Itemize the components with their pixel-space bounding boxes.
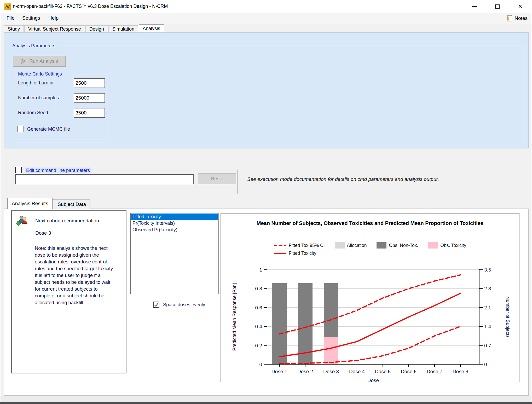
legend-obs-non-tox: Obs. Non-Tox.	[377, 242, 418, 249]
space-doses-checkbox[interactable]	[153, 302, 159, 308]
close-button[interactable]: ✕	[509, 0, 532, 13]
generate-mcmc-checkbox[interactable]	[18, 126, 24, 132]
run-analysis-label: Run Analysis	[29, 58, 58, 64]
random-seed-label: Random Seed:	[18, 110, 49, 116]
list-item-pr-toxicity-intervals[interactable]: Pr(Toxicity Intervals)	[131, 220, 218, 227]
svg-text:0: 0	[484, 362, 487, 367]
cmd-hint-text: See execution mode documentation for det…	[247, 176, 439, 182]
dashed-line-swatch	[274, 245, 286, 246]
notes-label: Notes	[514, 15, 528, 21]
space-doses-label: Space doses evenly	[163, 302, 205, 308]
toxicity-chart: 00.20.40.60.8100.71.42.12.83.5Dose 1Dose…	[221, 213, 520, 383]
reset-label: Reset	[211, 176, 224, 182]
svg-text:Dose 5: Dose 5	[375, 369, 391, 374]
tab-study[interactable]: Study	[4, 25, 24, 32]
burn-in-label: Length of burn in:	[18, 80, 55, 86]
plot-listbox: Fitted Toxicity Pr(Toxicity Intervals) O…	[130, 213, 219, 294]
num-samples-label: Number of samples:	[18, 95, 60, 101]
menu-bar: File Settings Help Notes	[0, 13, 532, 24]
reset-button[interactable]: Reset	[198, 173, 236, 184]
recommendation-heading: Next cohort recommendation:	[35, 218, 100, 224]
run-analysis-button[interactable]: Run Analysis	[13, 56, 66, 67]
legend-fitted-toxicity: Fitted Toxicity	[274, 251, 316, 256]
solid-line-swatch	[274, 253, 286, 254]
tab-analysis-results[interactable]: Analysis Results	[7, 198, 53, 209]
num-samples-input[interactable]	[74, 93, 105, 103]
svg-text:Predicted Mean Response [Ppn]: Predicted Mean Response [Ppn]	[232, 283, 237, 351]
window-title: n-crm-open-backfill-F63 - FACTS™ v6.3 Do…	[13, 4, 168, 9]
svg-text:Dose 7: Dose 7	[427, 369, 442, 374]
notes-button[interactable]: Notes	[506, 15, 528, 22]
svg-text:2.1: 2.1	[484, 305, 491, 310]
svg-text:0.4: 0.4	[255, 324, 262, 329]
menu-help[interactable]: Help	[48, 15, 59, 21]
recommendation-dose: Dose 3	[35, 230, 51, 236]
generate-mcmc-label: Generate MCMC file	[27, 126, 70, 132]
app-window: n-crm-open-backfill-F63 - FACTS™ v6.3 Do…	[0, 0, 532, 404]
toxicity-chart-panel: 00.20.40.60.8100.71.42.12.83.5Dose 1Dose…	[221, 213, 519, 382]
list-item-observed-pr-toxicity[interactable]: Observed Pr(Toxicity)	[131, 227, 218, 233]
tab-subject-data[interactable]: Subject Data	[53, 199, 90, 209]
svg-text:1.4: 1.4	[484, 324, 491, 329]
svg-text:Dose 8: Dose 8	[453, 369, 468, 374]
notes-icon	[506, 15, 513, 22]
svg-text:Dose 2: Dose 2	[297, 369, 313, 374]
legend-allocation: Allocation	[335, 242, 367, 249]
chart-title: Mean Number of Subjects, Observed Toxici…	[235, 220, 505, 227]
allocation-swatch	[335, 242, 345, 249]
obs-toxicity-swatch	[428, 242, 438, 249]
svg-text:Dose: Dose	[367, 378, 379, 383]
svg-text:Dose 4: Dose 4	[349, 369, 365, 374]
list-item-fitted-toxicity[interactable]: Fitted Toxicity	[131, 213, 218, 220]
legend-fitted-tox-ci: Fitted Tox 95% CI	[274, 243, 325, 248]
results-tabstrip: Analysis Results Subject Data	[7, 198, 91, 209]
minimize-button[interactable]	[463, 0, 486, 13]
cmd-params-input[interactable]	[15, 174, 194, 184]
app-icon	[4, 3, 11, 10]
maximize-icon	[495, 4, 500, 9]
tab-simulation[interactable]: Simulation	[108, 25, 138, 32]
svg-text:0.8: 0.8	[255, 286, 262, 291]
svg-text:1: 1	[259, 267, 262, 273]
svg-text:Number of Subjects: Number of Subjects	[505, 296, 510, 338]
chart-legend: Fitted Tox 95% CI Allocation Obs. Non-To…	[221, 242, 519, 256]
minimize-icon	[472, 6, 477, 7]
svg-text:3.5: 3.5	[484, 267, 491, 273]
checkmark-icon	[154, 302, 159, 308]
title-bar: n-crm-open-backfill-F63 - FACTS™ v6.3 Do…	[0, 0, 532, 13]
svg-text:0: 0	[259, 362, 262, 367]
analysis-parameters-title: Analysis Parameters	[11, 43, 57, 49]
svg-text:Dose 1: Dose 1	[271, 369, 287, 374]
play-icon	[20, 58, 26, 64]
maximize-button[interactable]	[486, 0, 509, 13]
svg-text:2.8: 2.8	[484, 286, 491, 291]
close-icon: ✕	[518, 4, 523, 9]
background-window-edge	[0, 402, 532, 404]
window-bottom-margin	[0, 396, 532, 402]
monte-carlo-title: Monte Carlo Settings	[16, 71, 63, 77]
menu-settings[interactable]: Settings	[22, 15, 40, 21]
svg-text:0.6: 0.6	[255, 305, 262, 310]
cohort-people-icon	[16, 215, 28, 227]
tab-virtual-subject-response[interactable]: Virtual Subject Response	[24, 25, 85, 32]
menu-file[interactable]: File	[7, 15, 15, 21]
legend-obs-toxicity: Obs. Toxicity	[428, 242, 466, 249]
main-tabstrip: Study Virtual Subject Response Design Si…	[4, 24, 165, 32]
random-seed-input[interactable]	[74, 108, 105, 118]
svg-text:Dose 6: Dose 6	[401, 369, 417, 374]
obs-non-tox-swatch	[377, 242, 386, 249]
edit-cmd-checkbox[interactable]	[15, 167, 22, 173]
burn-in-input[interactable]	[74, 78, 105, 88]
edit-cmd-label: Edit command line parameters	[25, 168, 91, 173]
tab-design[interactable]: Design	[85, 25, 108, 32]
svg-text:Dose 3: Dose 3	[323, 369, 339, 374]
tab-analysis[interactable]: Analysis	[139, 24, 164, 32]
svg-text:0.7: 0.7	[484, 343, 491, 348]
svg-text:0.2: 0.2	[255, 343, 262, 348]
recommendation-note: Note: this analysis shows the next dose …	[35, 245, 114, 306]
